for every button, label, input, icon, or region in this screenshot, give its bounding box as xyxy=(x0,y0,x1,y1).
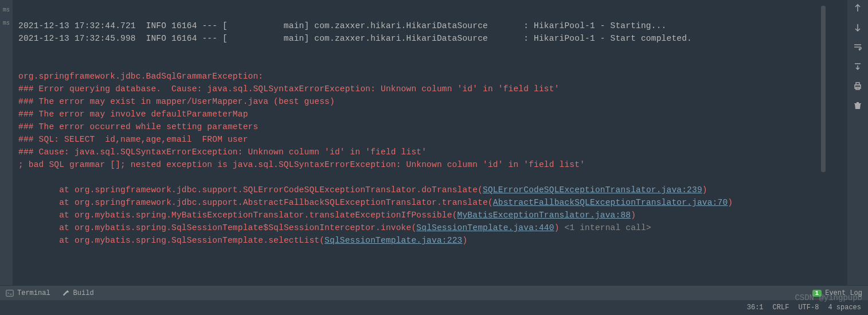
event-log-button[interactable]: 1 Event Log xyxy=(812,289,862,297)
error-line: ### Cause: java.sql.SQLSyntaxErrorExcept… xyxy=(18,147,427,157)
left-gutter: ms ms xyxy=(0,0,13,315)
scroll-down-icon[interactable] xyxy=(852,22,863,33)
svg-rect-3 xyxy=(6,290,13,296)
gutter-ms-label: ms xyxy=(3,20,10,26)
stack-trace-line: at org.mybatis.spring.MyBatisExceptionTr… xyxy=(18,211,636,220)
stack-trace-line: at org.mybatis.spring.SqlSessionTemplate… xyxy=(18,236,467,245)
log-line: 2021-12-13 17:32:44.721 INFO 16164 --- [… xyxy=(18,21,666,30)
event-badge: 1 xyxy=(812,290,822,297)
error-line: ; bad SQL grammar []; nested exception i… xyxy=(18,160,585,169)
error-line: ### SQL: SELECT id,name,age,email FROM u… xyxy=(18,135,248,144)
line-separator[interactable]: CRLF xyxy=(773,304,789,312)
event-log-label: Event Log xyxy=(825,289,862,297)
print-icon[interactable] xyxy=(852,80,863,92)
soft-wrap-icon[interactable] xyxy=(852,41,863,53)
tool-window-tabs: Terminal Build 1 Event Log xyxy=(0,285,868,300)
source-link[interactable]: MyBatisExceptionTranslator.java:88 xyxy=(458,211,631,220)
terminal-icon xyxy=(6,289,14,297)
right-toolbar xyxy=(847,0,868,315)
terminal-label: Terminal xyxy=(17,289,50,297)
error-line: org.springframework.jdbc.BadSqlGrammarEx… xyxy=(18,72,268,81)
stack-trace-line: at org.springframework.jdbc.support.Abst… xyxy=(18,198,733,207)
source-link[interactable]: SqlSessionTemplate.java:440 xyxy=(416,223,554,232)
error-line: ### The error occurred while setting par… xyxy=(18,122,258,131)
console-output: 2021-12-13 17:32:44.721 INFO 16164 --- [… xyxy=(13,0,847,315)
build-label: Build xyxy=(73,289,94,297)
error-line: ### The error may involve defaultParamet… xyxy=(18,110,248,119)
trash-icon[interactable] xyxy=(852,100,863,111)
scroll-to-end-icon[interactable] xyxy=(852,61,863,72)
source-link[interactable]: SQLErrorCodeSQLExceptionTranslator.java:… xyxy=(483,185,702,195)
source-link[interactable]: AbstractFallbackSQLExceptionTranslator.j… xyxy=(493,198,728,207)
log-line: 2021-12-13 17:32:45.998 INFO 16164 --- [… xyxy=(18,34,692,43)
stack-trace-line: at org.mybatis.spring.SqlSessionTemplate… xyxy=(18,223,651,232)
build-tab[interactable]: Build xyxy=(62,289,94,297)
status-bar: 36:1 CRLF UTF-8 4 spaces xyxy=(0,300,868,315)
file-encoding[interactable]: UTF-8 xyxy=(798,304,819,312)
cursor-position[interactable]: 36:1 xyxy=(747,304,764,312)
stack-trace-line: at org.springframework.jdbc.support.SQLE… xyxy=(18,185,707,195)
error-line: ### Error querying database. Cause: java… xyxy=(18,84,560,94)
svg-rect-1 xyxy=(856,83,859,85)
source-link[interactable]: SqlSessionTemplate.java:223 xyxy=(324,236,462,245)
indent-setting[interactable]: 4 spaces xyxy=(828,304,861,312)
scroll-up-icon[interactable] xyxy=(852,2,863,14)
terminal-tab[interactable]: Terminal xyxy=(6,289,50,297)
gutter-ms-label: ms xyxy=(3,7,10,13)
hammer-icon xyxy=(62,289,70,297)
error-line: ### The error may exist in mapper/UserMa… xyxy=(18,97,335,106)
